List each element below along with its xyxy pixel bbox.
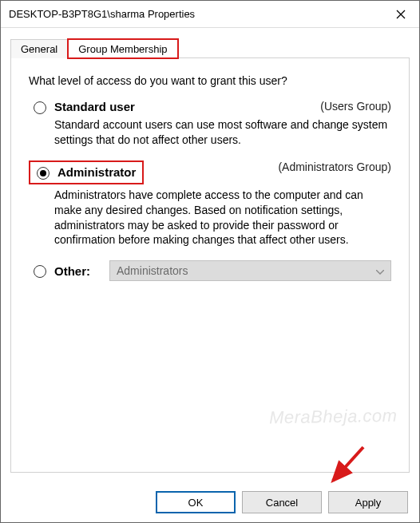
radio-standard[interactable] xyxy=(34,101,46,114)
button-bar: OK Cancel Apply xyxy=(1,482,419,522)
option-standard-label: Standard user xyxy=(54,100,135,113)
close-icon xyxy=(396,10,406,19)
tab-general[interactable]: General xyxy=(10,39,68,58)
radio-administrator[interactable] xyxy=(37,167,50,180)
admin-highlight-box: Administrator xyxy=(29,160,144,184)
tab-strip: General Group Membership xyxy=(10,36,410,58)
option-admin-label: Administrator xyxy=(57,165,136,179)
option-standard-group: (Users Group) xyxy=(320,100,391,113)
tab-group-membership[interactable]: Group Membership xyxy=(68,39,177,58)
option-admin-desc: Administrators have complete access to t… xyxy=(54,188,391,248)
combo-value: Administrators xyxy=(117,264,188,277)
access-question: What level of access do you want to gran… xyxy=(29,74,391,87)
button-label: Cancel xyxy=(266,497,298,509)
watermark-text: MeraBheja.com xyxy=(269,406,398,429)
client-area: General Group Membership What level of a… xyxy=(1,28,419,482)
option-other-label: Other: xyxy=(54,264,90,278)
option-admin-row: Administrator (Administrators Group) xyxy=(29,160,391,184)
tab-label: Group Membership xyxy=(78,43,167,55)
chevron-down-icon xyxy=(376,264,384,277)
apply-button[interactable]: Apply xyxy=(328,491,408,513)
other-group-combo[interactable]: Administrators xyxy=(109,260,391,281)
tab-label: General xyxy=(21,43,57,55)
cancel-button[interactable]: Cancel xyxy=(242,491,322,513)
option-admin-group: (Administrators Group) xyxy=(278,160,391,173)
option-other-row: Other: Administrators xyxy=(29,260,391,281)
window-title: DESKTOP-B3PT8G1\sharma Properties xyxy=(9,8,382,20)
radio-other[interactable] xyxy=(34,265,46,278)
titlebar: DESKTOP-B3PT8G1\sharma Properties xyxy=(1,1,419,28)
properties-window: DESKTOP-B3PT8G1\sharma Properties Genera… xyxy=(0,0,420,523)
option-standard-row: Standard user (Users Group) xyxy=(29,100,391,114)
ok-button[interactable]: OK xyxy=(156,491,236,513)
close-button[interactable] xyxy=(382,1,419,28)
button-label: Apply xyxy=(355,497,382,509)
option-standard-desc: Standard account users can use most soft… xyxy=(54,117,391,148)
button-label: OK xyxy=(188,497,204,509)
tab-page-group-membership: What level of access do you want to gran… xyxy=(10,58,410,473)
